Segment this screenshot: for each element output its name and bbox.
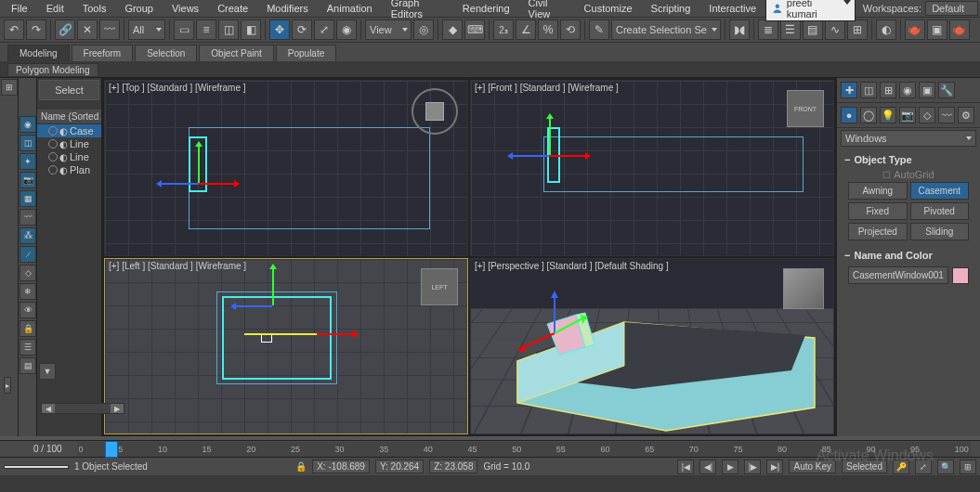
hide-selection-icon[interactable]: 👁 bbox=[20, 302, 36, 318]
menu-scripting[interactable]: Scripting bbox=[642, 2, 700, 15]
scene-header[interactable]: Name (Sorted A bbox=[37, 110, 101, 124]
menu-edit[interactable]: Edit bbox=[37, 2, 73, 15]
spinner-snap-button[interactable]: ⟲ bbox=[560, 19, 581, 40]
unlink-button[interactable]: ✕ bbox=[77, 19, 98, 40]
object-type-rollout[interactable]: Object Type bbox=[844, 152, 973, 167]
toggle-ribbon-button[interactable]: ▤ bbox=[803, 19, 823, 40]
visibility-icon[interactable] bbox=[48, 139, 58, 149]
undo-button[interactable]: ↶ bbox=[4, 19, 24, 40]
zoom-all-icon[interactable]: 🔍 bbox=[937, 460, 954, 474]
mirror-button[interactable]: ◗◖ bbox=[729, 19, 750, 40]
schematic-view-button[interactable]: ⊞ bbox=[847, 19, 868, 40]
systems-icon[interactable]: ⚙ bbox=[958, 107, 974, 123]
menu-animation[interactable]: Animation bbox=[318, 2, 382, 15]
maxscript-input[interactable] bbox=[4, 465, 69, 469]
menu-views[interactable]: Views bbox=[163, 2, 208, 15]
goto-end-button[interactable]: ▶| bbox=[766, 460, 783, 474]
maximize-viewport-icon[interactable]: ⊞ bbox=[1, 79, 18, 96]
move-gizmo-left[interactable] bbox=[244, 278, 300, 333]
scroll-right-icon[interactable]: ▶ bbox=[111, 404, 124, 413]
coord-y[interactable]: Y: 20.264 bbox=[375, 460, 424, 473]
manipulate-button[interactable]: ◆ bbox=[442, 19, 463, 40]
display-lights-icon[interactable]: ✦ bbox=[20, 153, 36, 170]
reference-coord-dropdown[interactable]: View bbox=[365, 19, 412, 40]
region-select-button[interactable]: ◫ bbox=[218, 19, 239, 40]
menu-interactive[interactable]: Interactive bbox=[699, 2, 765, 15]
pivot-center-button[interactable]: ◎ bbox=[413, 19, 434, 40]
menu-modifiers[interactable]: Modifiers bbox=[257, 2, 318, 15]
tab-populate[interactable]: Populate bbox=[276, 45, 336, 61]
object-name-input[interactable]: CasementWindow001 bbox=[848, 266, 948, 284]
display-bone-icon[interactable]: ⟋ bbox=[20, 246, 36, 263]
move-gizmo-front[interactable] bbox=[521, 127, 577, 183]
layer-explorer-button[interactable]: ☰ bbox=[780, 19, 801, 40]
prev-frame-button[interactable]: ◀| bbox=[699, 460, 716, 474]
user-dropdown[interactable]: preeti kumari bbox=[765, 0, 856, 21]
goto-start-button[interactable]: |◀ bbox=[677, 460, 694, 474]
tab-freeform[interactable]: Freeform bbox=[72, 45, 134, 61]
awning-button[interactable]: Awning bbox=[848, 182, 908, 200]
align-button[interactable]: ≣ bbox=[758, 19, 778, 40]
redo-button[interactable]: ↷ bbox=[26, 19, 46, 40]
pivoted-button[interactable]: Pivoted bbox=[910, 202, 970, 220]
display-spacewarps-icon[interactable]: 〰 bbox=[20, 209, 36, 226]
fixed-button[interactable]: Fixed bbox=[848, 202, 908, 220]
display-cameras-icon[interactable]: 📷 bbox=[20, 172, 36, 188]
snap-toggle-button[interactable]: 2₃ bbox=[493, 19, 514, 40]
viewport-perspective[interactable]: [+] [Perspective ] [Standard ] [Default … bbox=[470, 258, 834, 434]
viewport-top-label[interactable]: [+] [Top ] [Standard ] [Wireframe ] bbox=[109, 83, 246, 93]
coord-x[interactable]: X: -108.689 bbox=[312, 460, 370, 473]
scene-explorer-hscroll[interactable]: ◀ ▶ bbox=[41, 403, 124, 414]
lights-icon[interactable]: 💡 bbox=[880, 107, 896, 123]
casement-button[interactable]: Casement bbox=[910, 182, 970, 200]
keymode-dropdown[interactable]: Selected bbox=[842, 460, 887, 473]
hierarchy-tab-icon[interactable]: ⊞ bbox=[880, 82, 896, 98]
bind-space-warp-button[interactable]: 〰 bbox=[99, 19, 120, 40]
autokey-button[interactable]: Auto Key bbox=[789, 460, 836, 473]
menu-group[interactable]: Group bbox=[115, 2, 163, 15]
tab-modeling[interactable]: Modeling bbox=[7, 45, 70, 61]
tab-selection[interactable]: Selection bbox=[135, 45, 197, 61]
visibility-icon[interactable] bbox=[48, 165, 58, 175]
render-setup-button[interactable]: 🫖 bbox=[905, 19, 925, 40]
viewport-left[interactable]: [+] [Left ] [Standard ] [Wireframe ] LEF… bbox=[104, 258, 468, 434]
time-slider[interactable] bbox=[105, 441, 118, 458]
subtab-polygon-modeling[interactable]: Polygon Modeling bbox=[7, 63, 98, 77]
menu-create[interactable]: Create bbox=[208, 2, 257, 15]
render-button[interactable]: 🫖 bbox=[949, 19, 970, 40]
shapes-icon[interactable]: ◯ bbox=[860, 107, 877, 123]
viewport-front-label[interactable]: [+] [Front ] [Standard ] [Wireframe ] bbox=[475, 83, 619, 93]
curve-editor-button[interactable]: ∿ bbox=[825, 19, 845, 40]
display-helpers-icon[interactable]: ▦ bbox=[20, 190, 36, 207]
motion-tab-icon[interactable]: ◉ bbox=[899, 82, 916, 98]
menu-civil-view[interactable]: Civil View bbox=[519, 0, 575, 20]
percent-snap-button[interactable]: % bbox=[538, 19, 558, 40]
link-button[interactable]: 🔗 bbox=[55, 19, 75, 40]
window-crossing-button[interactable]: ◧ bbox=[241, 19, 261, 40]
select-by-name-button[interactable]: ≡ bbox=[196, 19, 216, 40]
scroll-left-icon[interactable]: ◀ bbox=[42, 404, 55, 413]
menu-graph-editors[interactable]: Graph Editors bbox=[382, 0, 453, 20]
scene-item-line2[interactable]: ◐ Line bbox=[37, 150, 101, 163]
cameras-icon[interactable]: 📷 bbox=[899, 107, 916, 123]
panel-flyout-handle[interactable]: ▸ bbox=[4, 377, 11, 394]
tab-object-paint[interactable]: Object Paint bbox=[199, 45, 273, 61]
material-editor-button[interactable]: ◐ bbox=[876, 19, 896, 40]
select-scale-button[interactable]: ⤢ bbox=[314, 19, 334, 40]
viewport-persp-label[interactable]: [+] [Perspective ] [Standard ] [Default … bbox=[475, 261, 669, 271]
select-rotate-button[interactable]: ⟳ bbox=[292, 19, 312, 40]
viewcube-persp[interactable] bbox=[783, 268, 824, 309]
menu-file[interactable]: File bbox=[2, 2, 37, 15]
utilities-tab-icon[interactable]: 🔧 bbox=[938, 82, 955, 98]
display-frozen-icon[interactable]: ❄ bbox=[20, 283, 36, 300]
projected-button[interactable]: Projected bbox=[848, 223, 908, 240]
rendered-frame-button[interactable]: ▣ bbox=[927, 19, 947, 40]
viewport-top[interactable]: [+] [Top ] [Standard ] [Wireframe ] bbox=[104, 80, 468, 256]
display-tab-icon[interactable]: ▣ bbox=[919, 82, 935, 98]
select-move-button[interactable]: ✥ bbox=[269, 19, 290, 40]
properties-icon[interactable]: ☰ bbox=[20, 339, 36, 356]
create-tab-icon[interactable]: ✚ bbox=[841, 82, 857, 98]
max-viewport-icon[interactable]: ⊞ bbox=[960, 460, 976, 474]
name-color-rollout[interactable]: Name and Color bbox=[844, 248, 973, 263]
menu-tools[interactable]: Tools bbox=[73, 2, 116, 15]
